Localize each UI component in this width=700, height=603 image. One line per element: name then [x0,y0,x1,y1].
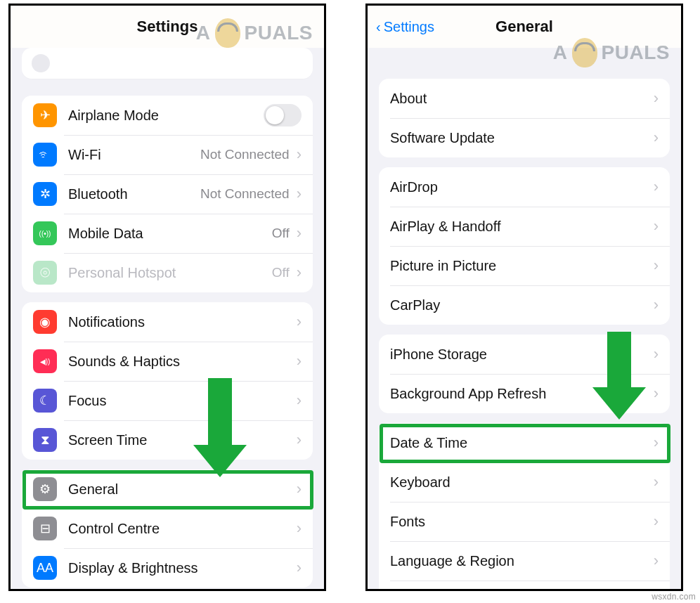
row-label: Personal Hotspot [68,265,272,281]
general-group-input: Date & Time›Keyboard›Fonts›Language & Re… [379,423,670,591]
row-label: Focus [68,393,297,409]
row-label: Airplane Mode [68,108,264,124]
row-label: Display & Brightness [68,560,297,576]
chevron-right-icon: › [654,552,659,570]
chevron-left-icon: ‹ [376,19,381,35]
settings-group-system: ⚙General›⊟Control Centre›AADisplay & Bri… [22,469,313,588]
row-value: Off [272,226,290,241]
chevron-right-icon: › [654,257,659,275]
row-label: Date & Time [390,435,654,451]
chevron-right-icon: › [654,178,659,196]
bluetooth-icon: ✲ [33,182,57,206]
chevron-right-icon: › [297,480,302,498]
airplane-icon: ✈ [33,103,57,127]
row-label: Screen Time [68,432,297,448]
chevron-right-icon: › [297,559,302,577]
row-iphone-storage[interactable]: iPhone Storage› [379,335,670,374]
row-sounds-haptics[interactable]: ◀))Sounds & Haptics› [22,342,313,381]
row-personal-hotspot[interactable]: ⦾Personal HotspotOff› [22,253,313,292]
chevron-right-icon: › [297,391,302,410]
chevron-right-icon: › [297,519,302,538]
row-label: Background App Refresh [390,386,654,402]
moon-icon: ☾ [33,389,57,413]
chevron-right-icon: › [654,473,659,491]
general-group-about: About›Software Update› [379,79,670,157]
settings-screen: Settings ✈Airplane ModeᯤWi-FiNot Connect… [8,4,326,591]
antenna-icon: ((•)) [33,221,57,245]
page-title: Settings [137,18,198,36]
row-label: Wi-Fi [68,147,200,163]
row-label: Control Centre [68,521,297,537]
back-button[interactable]: ‹ Settings [376,6,434,48]
source-credit: wsxdn.com [652,592,696,602]
row-airplane-mode[interactable]: ✈Airplane Mode [22,96,313,135]
chevron-right-icon: › [297,431,302,449]
chevron-right-icon: › [654,434,659,452]
row-wifi[interactable]: ᯤWi-FiNot Connected› [22,135,313,174]
row-keyboard[interactable]: Keyboard› [379,462,670,502]
row-background-app-refresh[interactable]: Background App Refresh› [379,374,670,413]
row-notifications[interactable]: ◉Notifications› [22,302,313,342]
row-label: Notifications [68,314,297,330]
row-label: iPhone Storage [390,346,654,363]
row-about[interactable]: About› [379,79,670,118]
row-display-brightness[interactable]: AADisplay & Brightness› [22,548,313,588]
chevron-right-icon: › [654,129,659,147]
row-carplay[interactable]: CarPlay› [379,285,670,325]
wifi-icon: ᯤ [33,143,57,167]
row-mobile-data[interactable]: ((•))Mobile DataOff› [22,214,313,253]
row-software-update[interactable]: Software Update› [379,118,670,157]
bell-icon: ◉ [33,310,57,334]
row-general[interactable]: ⚙General› [22,469,313,509]
row-airdrop[interactable]: AirDrop› [379,167,670,207]
row-label: CarPlay [390,297,654,313]
row-control-centre[interactable]: ⊟Control Centre› [22,509,313,548]
back-label: Settings [384,19,434,35]
chevron-right-icon: › [654,217,659,235]
row-label: Mobile Data [68,226,272,242]
chevron-right-icon: › [297,352,302,370]
row-label: Keyboard [390,474,654,491]
chevron-right-icon: › [654,384,659,403]
switches-icon: ⊟ [33,517,57,540]
row-label: Picture in Picture [390,258,654,274]
appuals-logo-icon [215,18,240,48]
row-label: About [390,91,654,107]
row-language-region[interactable]: Language & Region› [379,541,670,581]
row-label: Software Update [390,130,654,146]
row-label: Bluetooth [68,186,200,202]
chevron-right-icon: › [654,512,659,531]
chevron-right-icon: › [654,345,659,363]
row-date-time[interactable]: Date & Time› [379,423,670,462]
row-screen-time[interactable]: ⧗Screen Time› [22,420,313,460]
general-group-storage: iPhone Storage›Background App Refresh› [379,335,670,413]
profile-search-stub[interactable] [22,48,313,79]
chevron-right-icon: › [297,145,302,164]
chevron-right-icon: › [297,224,302,242]
row-picture-in-picture[interactable]: Picture in Picture› [379,246,670,285]
row-value: Not Connected [200,186,290,202]
chevron-right-icon: › [297,185,302,203]
row-airplay-handoff[interactable]: AirPlay & Handoff› [379,207,670,246]
watermark: A PUALS [196,18,313,48]
row-focus[interactable]: ☾Focus› [22,381,313,420]
text-size-icon: AA [33,556,57,580]
settings-group-attention: ◉Notifications›◀))Sounds & Haptics›☾Focu… [22,302,313,460]
general-group-media: AirDrop›AirPlay & Handoff›Picture in Pic… [379,167,670,325]
link-icon: ⦾ [33,261,57,285]
general-screen: ‹ Settings General About›Software Update… [365,4,683,591]
chevron-right-icon: › [297,313,302,331]
row-value: Not Connected [200,147,290,162]
toggle-airplane-mode[interactable] [264,104,302,127]
row-label: General [68,481,297,498]
chevron-right-icon: › [654,296,659,314]
row-bluetooth[interactable]: ✲BluetoothNot Connected› [22,174,313,214]
row-fonts[interactable]: Fonts› [379,502,670,541]
chevron-right-icon: › [297,264,302,282]
chevron-right-icon: › [654,89,659,108]
appuals-logo-icon [572,38,597,67]
hourglass-icon: ⧗ [33,428,57,452]
row-label: AirPlay & Handoff [390,219,654,235]
page-title: General [495,18,553,36]
row-dictionary[interactable]: Dictionary› [379,581,670,591]
